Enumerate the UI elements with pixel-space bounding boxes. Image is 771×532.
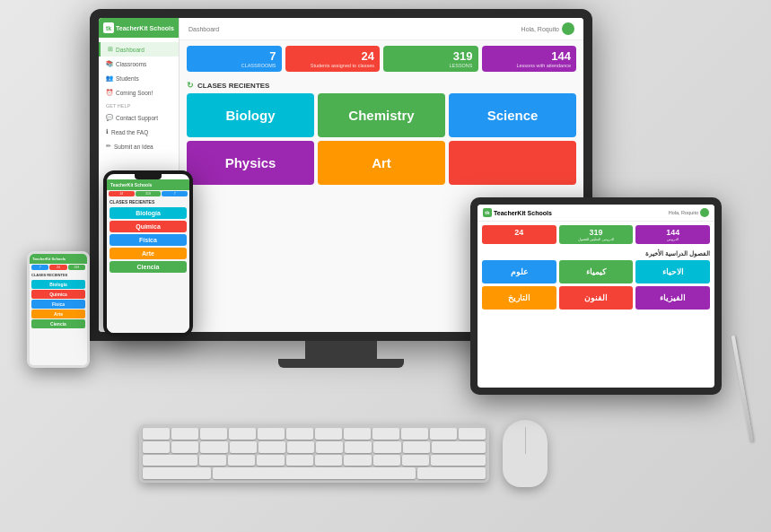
ps-class-fisica[interactable]: Física	[31, 300, 85, 309]
phone-screen: TeacherKit Schools 24 319 7 CLASES RECIE…	[107, 179, 189, 333]
key	[228, 455, 255, 467]
class-card-physics[interactable]: Physics	[187, 141, 314, 185]
key	[402, 455, 429, 467]
phone-classes: Biología Química Física Arte Ciencia	[107, 206, 189, 274]
stat-attendance-value: 144	[487, 49, 572, 63]
stat-lessons: 319 LESSONS	[383, 46, 478, 72]
key	[171, 428, 198, 440]
key	[373, 455, 400, 467]
class-card-science[interactable]: Science	[449, 93, 576, 137]
mouse-scroll	[525, 427, 526, 454]
p-class-biologia[interactable]: Biología	[110, 207, 187, 219]
sidebar-nav: ⊞ Dashboard 📚 Classrooms 👥 Students	[99, 38, 179, 158]
sidebar-item-students[interactable]: 👥 Students	[99, 71, 179, 85]
avatar	[562, 22, 574, 35]
tablet-stat-lessons-val: 144	[638, 228, 707, 237]
key	[199, 455, 226, 467]
key-row-2	[143, 441, 486, 453]
key	[286, 428, 313, 440]
phone-small-stats: 7 24 319	[30, 264, 87, 271]
key	[200, 428, 227, 440]
phone-small-header: TeacherKit Schools	[30, 254, 87, 264]
phone-small-section: CLASES RECIENTES	[30, 271, 87, 279]
tablet-class-6[interactable]: التاريخ	[482, 286, 556, 310]
tablet-appname: TeacherKit Schools	[494, 210, 552, 216]
tablet-screen: tk TeacherKit Schools Hola, Roquito 144 …	[477, 205, 714, 388]
phone-small-classes: Biología Química Física Arte Ciencia	[30, 279, 87, 329]
tablet-class-1[interactable]: الاحياء	[635, 260, 710, 283]
sidebar-item-dashboard[interactable]: ⊞ Dashboard	[99, 42, 179, 57]
stat-classrooms-label: CLASSROOMS	[192, 63, 276, 68]
pt-stat-2: 319	[136, 191, 162, 196]
sidebar-item-contact[interactable]: 💬 Contact Support	[99, 110, 179, 125]
ps-class-ciencia[interactable]: Ciencia	[31, 319, 85, 328]
section-icon: ↻	[187, 81, 194, 90]
key	[430, 428, 457, 440]
phone-small: TeacherKit Schools 7 24 319 CLASES RECIE…	[27, 251, 90, 368]
sidebar-item-idea[interactable]: ✏ Submit an Idea	[99, 139, 179, 153]
class-card-biology[interactable]: Biology	[187, 93, 314, 137]
sidebar-label-faq: Read the FAQ	[111, 129, 148, 135]
key	[315, 428, 342, 440]
tablet-class-2[interactable]: كيمياء	[559, 260, 634, 283]
stats-row: 7 CLASSROOMS 24 Students assigned to cla…	[180, 40, 583, 77]
monitor-base	[278, 359, 404, 368]
stat-attendance-label: Lessons with attendance	[487, 63, 572, 68]
key	[315, 455, 342, 467]
sidebar-label-contact: Contact Support	[116, 115, 158, 121]
sidebar-label-dashboard: Dashboard	[116, 47, 145, 53]
tablet-logo-icon: tk	[483, 208, 492, 217]
key-row-3	[143, 455, 486, 467]
tablet-stat-students: 24	[482, 225, 556, 244]
key	[286, 455, 313, 467]
key	[143, 428, 170, 440]
tablet-stat-assigned-label: الدروس المعيّنين للفصول	[562, 237, 631, 241]
tablet-user: Hola, Roquito	[669, 208, 709, 217]
p-class-arte[interactable]: Arte	[110, 248, 187, 259]
key	[200, 441, 227, 453]
sidebar-item-faq[interactable]: ℹ Read the FAQ	[99, 125, 179, 139]
tablet-class-3[interactable]: علوم	[482, 260, 556, 283]
sidebar-help-section: Get Help	[99, 100, 179, 110]
ps-class-arte[interactable]: Arte	[31, 310, 85, 318]
key	[316, 441, 343, 453]
comingsoon-icon: ⏰	[106, 89, 113, 96]
key	[344, 455, 371, 467]
tablet-stat-students-val: 24	[485, 228, 554, 237]
ps-stat-2: 24	[49, 265, 66, 270]
tablet-avatar	[700, 208, 709, 217]
user-info: Hola, Roquito	[521, 22, 574, 35]
scene: tk TeacherKit Schools ⊞ Dashboard 📚 Clas…	[0, 0, 771, 532]
key	[432, 441, 486, 453]
phone-small-screen: TeacherKit Schools 7 24 319 CLASES RECIE…	[30, 254, 87, 365]
key	[373, 441, 400, 453]
stat-classrooms: 7 CLASSROOMS	[187, 46, 282, 72]
key	[403, 441, 430, 453]
key	[258, 441, 285, 453]
key	[143, 455, 197, 467]
ps-class-biologia[interactable]: Biología	[31, 280, 85, 289]
phone-large: TeacherKit Schools 24 319 7 CLASES RECIE…	[103, 170, 193, 336]
key-row-4	[143, 467, 486, 479]
sidebar-label-students: Students	[116, 75, 139, 82]
tablet-class-4[interactable]: الفيزياء	[635, 286, 710, 310]
tablet-stat-assigned-val: 319	[562, 228, 631, 237]
key	[401, 428, 428, 440]
classrooms-icon: 📚	[106, 60, 113, 67]
key	[372, 428, 399, 440]
p-class-ciencia[interactable]: Ciencia	[110, 261, 187, 273]
class-card-extra[interactable]	[449, 141, 576, 185]
p-class-fisica[interactable]: Física	[110, 234, 187, 246]
key	[143, 467, 211, 479]
tablet-top-bar: tk TeacherKit Schools Hola, Roquito	[477, 205, 714, 222]
class-card-art[interactable]: Art	[318, 141, 445, 185]
key	[171, 441, 198, 453]
class-card-chemistry[interactable]: Chemistry	[318, 93, 445, 137]
sidebar-item-coming-soon[interactable]: ⏰ Coming Soon!	[99, 85, 179, 100]
tablet-class-5[interactable]: الفنون	[559, 286, 634, 310]
phone-section-title: CLASES RECIENTES	[107, 197, 189, 206]
key	[230, 441, 257, 453]
ps-class-quimica[interactable]: Química	[31, 290, 85, 299]
p-class-quimica[interactable]: Química	[110, 221, 187, 232]
sidebar-item-classrooms[interactable]: 📚 Classrooms	[99, 57, 179, 71]
